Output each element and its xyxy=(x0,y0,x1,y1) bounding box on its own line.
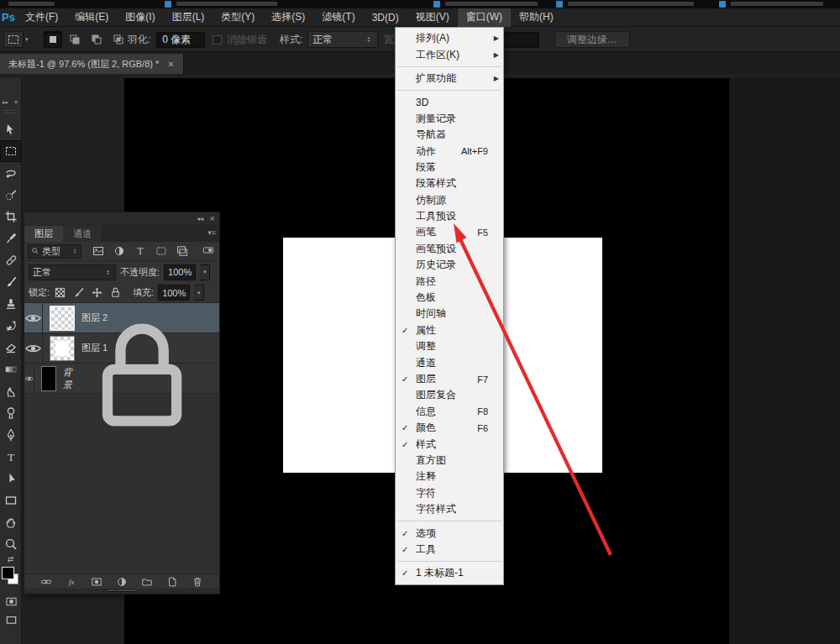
layer-thumbnail[interactable] xyxy=(50,306,75,331)
window-menu-item-24[interactable]: 信息F8 xyxy=(396,404,503,420)
fill-input[interactable]: 100% xyxy=(158,285,190,301)
menubar-item-2[interactable]: 编辑(E) xyxy=(66,8,117,27)
menubar-item-6[interactable]: 选择(S) xyxy=(263,8,313,27)
menubar-item-1[interactable]: 文件(F) xyxy=(17,8,66,27)
blend-mode-select[interactable]: 正常 xyxy=(29,264,116,280)
window-menu-item-22[interactable]: ✓图层F7 xyxy=(396,371,503,387)
adjustment-filter-icon[interactable] xyxy=(113,244,126,258)
crop-tool[interactable] xyxy=(0,206,22,228)
pen-tool[interactable] xyxy=(0,424,22,446)
window-menu-item-9[interactable]: 段落 xyxy=(396,160,503,175)
window-menu-item-6[interactable]: 测量记录 xyxy=(396,111,503,127)
layer-thumbnail[interactable] xyxy=(41,366,55,391)
clone-stamp-tool[interactable] xyxy=(0,293,22,315)
window-menu-item-35[interactable]: ✓1 未标题-1 xyxy=(396,565,503,581)
window-menu-item-7[interactable]: 导航器 xyxy=(396,127,503,143)
foreground-color-swatch[interactable] xyxy=(2,567,14,579)
window-menu-item-17[interactable]: 色板 xyxy=(396,290,503,306)
selection-mode-new-button[interactable] xyxy=(44,31,62,48)
opacity-input[interactable]: 100% xyxy=(164,264,196,280)
window-menu-item-15[interactable]: 历史记录 xyxy=(396,257,503,273)
layer-filter-type-select[interactable]: 类型 xyxy=(28,244,81,259)
history-brush-tool[interactable] xyxy=(0,315,22,337)
menubar-item-4[interactable]: 图层(L) xyxy=(164,8,213,27)
quick-selection-tool[interactable] xyxy=(0,184,22,206)
menubar-item-8[interactable]: 3D(D) xyxy=(364,8,407,27)
brush-tool[interactable] xyxy=(0,271,22,293)
swap-colors-icon[interactable]: ⇄ xyxy=(0,555,21,565)
layer-mask-icon[interactable] xyxy=(91,576,102,588)
rectangle-shape-tool[interactable] xyxy=(0,490,22,511)
lock-all-icon[interactable] xyxy=(109,286,122,299)
pixel-layer-filter-icon[interactable] xyxy=(92,244,105,258)
panel-menu-icon[interactable]: ▾≡ xyxy=(207,228,216,237)
window-menu-item-13[interactable]: 画笔F5 xyxy=(396,224,503,240)
menubar-item-10[interactable]: 窗口(W) xyxy=(458,8,511,27)
lock-transparent-icon[interactable] xyxy=(54,286,66,299)
eyedropper-tool[interactable] xyxy=(0,228,22,249)
layer-thumbnail[interactable] xyxy=(50,336,75,361)
refine-edge-button[interactable]: 调整边缘… xyxy=(554,31,630,48)
fill-dropdown-icon[interactable]: ▾ xyxy=(194,285,204,301)
window-menu-item-1[interactable]: 工作区(K)▶ xyxy=(396,46,503,62)
panel-resize-grip[interactable] xyxy=(24,589,219,594)
menubar-item-9[interactable]: 视图(V) xyxy=(407,8,458,27)
panel-close-icon[interactable]: ✕ xyxy=(209,215,215,223)
menubar-item-11[interactable]: 帮助(H) xyxy=(511,8,562,27)
window-menu-item-10[interactable]: 段落样式 xyxy=(396,175,503,191)
window-menu-item-20[interactable]: 调整 xyxy=(396,338,503,354)
feather-input[interactable]: 0 像素 xyxy=(156,32,205,48)
layer-filter-switch[interactable] xyxy=(202,244,216,258)
fx-icon[interactable]: fx xyxy=(66,576,77,588)
lock-brush-icon[interactable] xyxy=(72,286,85,299)
window-menu-item-23[interactable]: 图层复合 xyxy=(396,387,503,403)
layer-name[interactable]: 背景 xyxy=(63,366,73,391)
chevron-down-icon[interactable]: ▾ xyxy=(25,36,29,43)
window-menu-item-5[interactable]: 3D xyxy=(396,94,503,110)
window-menu-item-0[interactable]: 排列(A)▶ xyxy=(396,30,503,46)
eraser-tool[interactable] xyxy=(0,337,22,359)
tab-channels[interactable]: 通道 xyxy=(63,226,102,242)
selection-mode-subtract-button[interactable] xyxy=(87,31,106,48)
close-icon[interactable]: ✕ xyxy=(167,60,174,69)
type-filter-icon[interactable]: T xyxy=(134,244,147,258)
window-menu-item-28[interactable]: 注释 xyxy=(396,469,503,484)
quick-mask-button[interactable] xyxy=(0,592,22,610)
smudge-tool[interactable] xyxy=(0,380,22,402)
window-menu-item-16[interactable]: 路径 xyxy=(396,273,503,289)
antialias-checkbox[interactable] xyxy=(213,35,222,45)
tool-preset-button[interactable] xyxy=(3,31,24,48)
spot-healing-brush-tool[interactable] xyxy=(0,249,22,271)
dock-close-icon[interactable]: ✕ xyxy=(13,99,18,106)
document-tab[interactable]: 未标题-1 @ 97.6% (图层 2, RGB/8) * ✕ xyxy=(0,54,184,74)
smart-object-filter-icon[interactable] xyxy=(176,244,189,258)
adjustment-icon[interactable] xyxy=(116,576,128,588)
group-folder-icon[interactable] xyxy=(141,576,153,588)
shape-filter-icon[interactable] xyxy=(155,244,168,258)
zoom-tool[interactable] xyxy=(0,533,22,555)
new-layer-icon[interactable] xyxy=(166,576,178,588)
gradient-tool[interactable] xyxy=(0,359,22,380)
selection-mode-add-button[interactable] xyxy=(66,31,84,48)
window-menu-item-33[interactable]: ✓工具 xyxy=(396,542,503,558)
selection-mode-intersect-button[interactable] xyxy=(109,31,128,48)
lasso-tool[interactable] xyxy=(0,162,22,184)
move-tool[interactable] xyxy=(0,118,22,140)
screen-mode-button[interactable] xyxy=(0,610,22,629)
tab-layers[interactable]: 图层 xyxy=(24,226,63,242)
style-select[interactable]: 正常 xyxy=(307,31,378,48)
window-menu-item-8[interactable]: 动作Alt+F9 xyxy=(396,143,503,159)
dock-collapse-icon[interactable]: ▸▸ xyxy=(3,99,8,106)
window-menu-item-27[interactable]: 直方图 xyxy=(396,453,503,469)
panel-collapse-icon[interactable]: ◂◂ xyxy=(197,215,203,223)
window-menu-item-19[interactable]: ✓属性 xyxy=(396,322,503,338)
window-menu-item-25[interactable]: ✓颜色F6 xyxy=(396,420,503,436)
dodge-tool[interactable] xyxy=(0,402,22,424)
window-menu-item-18[interactable]: 时间轴 xyxy=(396,306,503,322)
layer-row[interactable]: 背景 xyxy=(24,364,219,394)
menubar-item-3[interactable]: 图像(I) xyxy=(117,8,163,27)
window-menu-item-3[interactable]: 扩展功能▶ xyxy=(396,71,503,86)
window-menu-item-12[interactable]: 工具预设 xyxy=(396,208,503,224)
visibility-eye-icon[interactable] xyxy=(24,333,43,364)
lock-position-icon[interactable] xyxy=(91,286,103,299)
